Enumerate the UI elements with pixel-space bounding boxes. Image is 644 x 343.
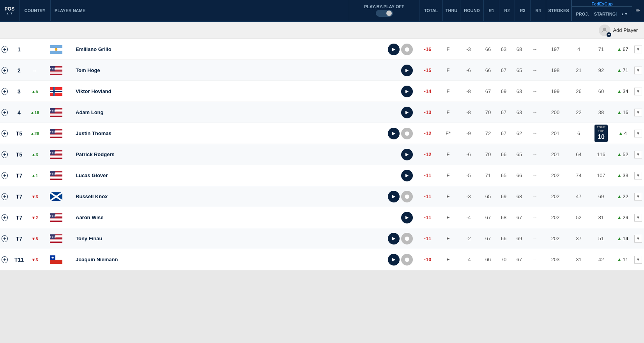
add-player-row: Add Player	[0, 22, 644, 39]
fedex-change-cell: ▲71	[613, 67, 632, 73]
expand-button[interactable]: +	[2, 256, 8, 263]
pbp-toggle[interactable]	[376, 10, 393, 17]
chevron-cell: ▼	[632, 256, 644, 264]
expand-button[interactable]: +	[2, 193, 8, 200]
starting-cell: TOUR TOP 10	[589, 125, 613, 142]
player-name: Justin Thomas	[76, 130, 111, 136]
chevron-cell: ▼	[632, 172, 644, 179]
pencil-icon[interactable]: ✏	[632, 0, 644, 21]
video-button[interactable]: ▶	[401, 107, 413, 118]
video-button[interactable]: ▶	[388, 44, 400, 55]
fedex-sort-header[interactable]: ▲ ▼	[617, 12, 632, 16]
chevron-cell: ▼	[632, 46, 644, 53]
camera-button[interactable]: ⬤	[401, 233, 413, 244]
move-cell: --	[29, 47, 41, 52]
video-button[interactable]: ▶	[388, 233, 400, 244]
starting-value: 42	[598, 257, 604, 262]
expand-cell: +	[0, 88, 9, 95]
video-button[interactable]: ▶	[401, 170, 413, 181]
video-button[interactable]: ▶	[401, 65, 413, 76]
media-cell: ▶	[385, 107, 416, 118]
total-header: TOTAL	[419, 0, 443, 21]
camera-button[interactable]: ⬤	[401, 128, 413, 139]
video-button[interactable]: ▶	[388, 254, 400, 266]
thru-cell: F	[439, 151, 457, 157]
starting-value: 69	[598, 193, 604, 199]
chevron-button[interactable]: ▼	[634, 46, 642, 53]
media-cell: ▶	[385, 212, 416, 223]
svg-rect-23	[50, 113, 62, 113]
r3-value: 63	[517, 109, 522, 115]
video-button[interactable]: ▶	[388, 128, 400, 139]
country-cell	[41, 192, 72, 201]
chevron-button[interactable]: ▼	[634, 235, 642, 243]
expand-button[interactable]: +	[2, 67, 8, 74]
starting-cell: 107	[589, 172, 613, 178]
position-cell: 3	[9, 88, 29, 95]
player-name-cell[interactable]: Viktor Hovland	[72, 88, 385, 94]
table-row: + 3 ▲5 Viktor Hovland ▶ -14 F	[0, 81, 644, 102]
expand-button[interactable]: +	[2, 172, 8, 179]
player-name-cell[interactable]: Justin Thomas	[72, 130, 385, 136]
strokes-header: STROKES	[546, 0, 571, 21]
chevron-button[interactable]: ▼	[634, 256, 642, 264]
country-cell: ★★★	[41, 129, 72, 138]
player-name-cell[interactable]: Tony Finau	[72, 236, 385, 241]
expand-cell: +	[0, 46, 9, 53]
player-name-cell[interactable]: Aaron Wise	[72, 215, 385, 220]
pos-sort-arrows[interactable]: ▲ ▼	[6, 12, 13, 15]
total-cell: -11	[416, 215, 439, 220]
chevron-button[interactable]: ▼	[634, 172, 642, 179]
fedex-arrow-up: ▲	[618, 130, 623, 136]
position-cell: T7	[9, 236, 29, 242]
expand-button[interactable]: +	[2, 235, 8, 242]
position-value: T5	[16, 130, 22, 137]
video-button[interactable]: ▶	[401, 86, 413, 97]
position-cell: 1	[9, 46, 29, 53]
chevron-button[interactable]: ▼	[634, 67, 642, 74]
r2-cell: 66	[496, 151, 511, 157]
thru-value: F	[447, 151, 450, 157]
position-cell: T5	[9, 151, 29, 158]
move-cell: ▼2	[29, 215, 41, 220]
chevron-button[interactable]: ▼	[634, 130, 642, 137]
video-button[interactable]: ▶	[388, 191, 400, 202]
fedex-change-cell: ▲22	[613, 193, 632, 199]
expand-button[interactable]: +	[2, 130, 8, 137]
move-cell: --	[29, 68, 41, 73]
fedex-arrow-up: ▲	[617, 172, 622, 178]
expand-button[interactable]: +	[2, 46, 8, 53]
svg-rect-11	[50, 73, 62, 74]
proj-value: 64	[576, 151, 581, 157]
player-name-cell[interactable]: Adam Long	[72, 109, 385, 115]
player-name-cell[interactable]: Emiliano Grillo	[72, 46, 385, 52]
player-name-cell[interactable]: Tom Hoge	[72, 67, 385, 73]
camera-button[interactable]: ⬤	[401, 191, 413, 202]
expand-button[interactable]: +	[2, 88, 8, 95]
camera-button[interactable]: ⬤	[401, 254, 413, 266]
r2-value: 67	[501, 67, 506, 73]
chevron-button[interactable]: ▼	[634, 151, 642, 158]
strokes-cell: 197	[543, 46, 568, 52]
player-name-cell[interactable]: Russell Knox	[72, 193, 385, 199]
move-indicator: --	[33, 68, 36, 73]
camera-button[interactable]: ⬤	[401, 44, 413, 55]
expand-button[interactable]: +	[2, 151, 8, 158]
chevron-button[interactable]: ▼	[634, 88, 642, 95]
player-name-cell[interactable]: Lucas Glover	[72, 172, 385, 178]
chevron-button[interactable]: ▼	[634, 109, 642, 116]
video-button[interactable]: ▶	[401, 149, 413, 160]
fedex-change-cell: ▲33	[613, 172, 632, 178]
player-name-cell[interactable]: Patrick Rodgers	[72, 151, 385, 157]
chevron-button[interactable]: ▼	[634, 214, 642, 222]
player-name-cell[interactable]: Joaquin Niemann	[72, 257, 385, 262]
expand-button[interactable]: +	[2, 109, 8, 116]
chevron-button[interactable]: ▼	[634, 193, 642, 201]
expand-button[interactable]: +	[2, 214, 8, 221]
r3-cell: 63	[511, 109, 527, 115]
video-button[interactable]: ▶	[401, 212, 413, 223]
r3-value: 62	[517, 130, 522, 136]
add-player-button[interactable]: Add Player	[599, 25, 638, 36]
r4-value: --	[533, 172, 537, 178]
round-cell: -4	[457, 257, 480, 262]
